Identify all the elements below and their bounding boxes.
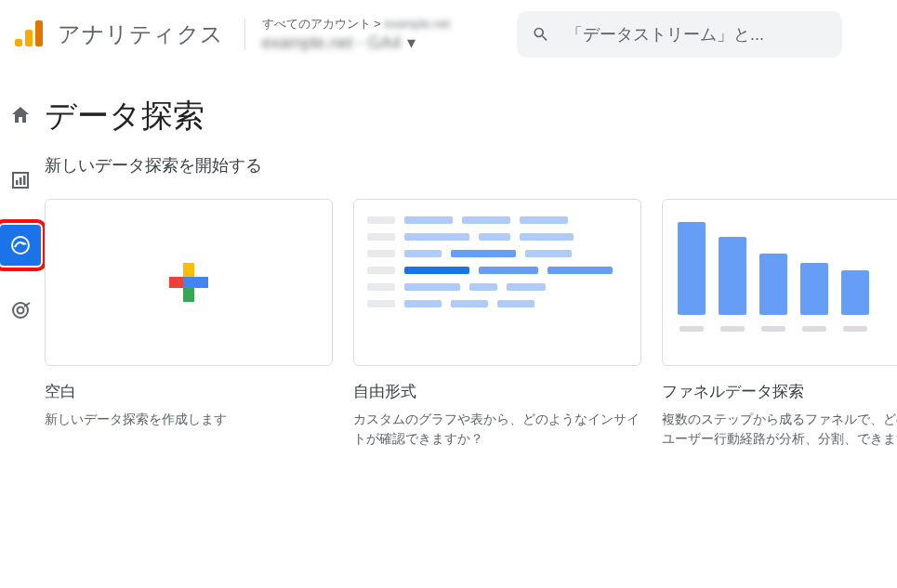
svg-point-3	[12, 237, 29, 254]
chevron-down-icon: ▾	[407, 33, 416, 53]
search-icon	[532, 24, 550, 45]
page-title: データ探索	[45, 95, 897, 137]
nav-advertising[interactable]	[0, 290, 41, 331]
search-box[interactable]	[517, 11, 842, 58]
template-card-freeform[interactable]: 自由形式 カスタムのグラフや表から、どのようなインサイトが確認できますか？	[353, 199, 641, 449]
search-input[interactable]	[564, 24, 826, 46]
svg-point-6	[18, 307, 24, 314]
nav-home[interactable]	[0, 95, 41, 136]
account-breadcrumb-prefix: すべてのアカウント >	[262, 17, 385, 31]
template-card-blank[interactable]: 空白 新しいデータ探索を作成します	[45, 199, 333, 449]
reports-icon	[9, 169, 32, 191]
svg-rect-2	[23, 176, 26, 185]
template-title: 空白	[45, 381, 333, 402]
plus-icon	[169, 263, 208, 302]
account-picker[interactable]: すべてのアカウント > example.net example.net - GA…	[257, 12, 508, 57]
product-title: アナリティクス	[58, 20, 224, 49]
nav-reports[interactable]	[0, 160, 41, 201]
divider	[244, 19, 245, 50]
nav-explore[interactable]	[0, 225, 41, 266]
template-desc: カスタムのグラフや表から、どのようなインサイトが確認できますか？	[353, 410, 641, 449]
template-thumb-funnel	[662, 199, 897, 366]
home-icon	[9, 104, 32, 126]
template-desc: 複数のステップから成るファネルで、どのようなユーザー行動経路が分析、分割、できま…	[662, 410, 897, 449]
template-card-funnel[interactable]: ファネルデータ探索 複数のステップから成るファネルで、どのようなユーザー行動経路…	[662, 199, 897, 449]
explore-icon	[9, 234, 32, 256]
svg-rect-0	[16, 180, 19, 185]
template-title: ファネルデータ探索	[662, 381, 897, 402]
template-desc: 新しいデータ探索を作成します	[45, 410, 333, 429]
svg-point-4	[21, 242, 24, 244]
property-name: example.net - GA4	[262, 33, 402, 53]
analytics-logo-icon	[15, 20, 45, 49]
template-title: 自由形式	[353, 381, 641, 402]
template-thumb-blank	[45, 199, 333, 366]
template-thumb-freeform	[353, 199, 641, 366]
section-title: 新しいデータ探索を開始する	[45, 154, 897, 176]
account-breadcrumb-current: example.net	[384, 17, 450, 31]
svg-rect-1	[20, 177, 22, 185]
advertising-icon	[9, 299, 32, 321]
